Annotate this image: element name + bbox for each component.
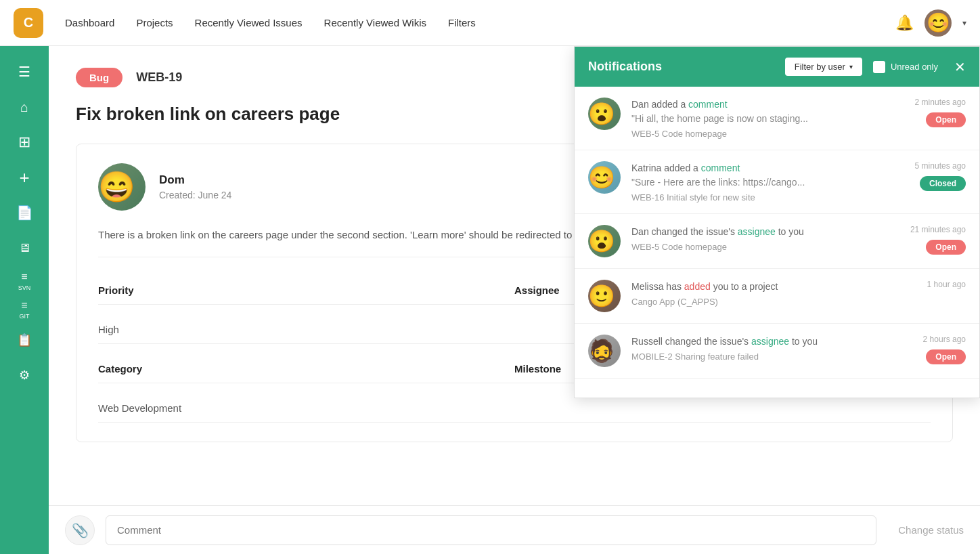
notification-sub: MOBILE-2 Sharing feature failed	[631, 351, 912, 362]
notification-time: 1 hour ago	[927, 280, 966, 289]
status-badge: Open	[926, 240, 966, 255]
author-date: Created: June 24	[159, 190, 231, 200]
sidebar-label-svn: SVN	[18, 284, 31, 291]
comment-bar: 📎 Change status	[49, 505, 980, 554]
chevron-down-icon[interactable]: ▾	[962, 18, 966, 28]
author-info: Dom Created: June 24	[159, 173, 231, 200]
nav-item-recently-viewed-issues[interactable]: Recently Viewed Issues	[195, 17, 303, 28]
nav-item-dashboard[interactable]: Dashboard	[65, 17, 114, 28]
notifications-title: Notifications	[588, 60, 774, 74]
sidebar-label-git: GIT	[20, 313, 30, 320]
priority-label: Priority	[98, 276, 514, 305]
notification-link[interactable]: comment	[688, 99, 728, 110]
status-badge: Open	[926, 349, 966, 364]
notification-link[interactable]: comment	[701, 163, 740, 173]
notification-content: Katrina added a comment "Sure - Here are…	[631, 161, 904, 203]
issue-type-badge: Bug	[76, 68, 122, 87]
notification-time: 2 hours ago	[923, 335, 966, 344]
notification-link[interactable]: assignee	[751, 336, 789, 347]
unread-checkbox[interactable]	[873, 61, 885, 73]
unread-toggle[interactable]: Unread only	[873, 61, 938, 73]
notification-quote: "Sure - Here are the links: https://cang…	[631, 175, 904, 190]
notification-avatar: 🙂	[588, 280, 621, 312]
notification-avatar: 🧔	[588, 335, 621, 367]
sidebar-icon-wiki[interactable]: 📄	[9, 198, 39, 228]
category-value: Web Development	[98, 394, 514, 423]
author-name: Dom	[159, 173, 231, 187]
status-badge: Open	[926, 112, 966, 127]
sidebar-icon-settings[interactable]: ⚙	[9, 360, 39, 390]
nav-item-projects[interactable]: Projects	[136, 17, 173, 28]
content-area: Bug WEB-19 Fix broken link on careers pa…	[49, 46, 980, 554]
sidebar: ☰ ⌂ ⊞ + 📄 🖥 ≡ SVN ≡ GIT 📋 ⚙	[0, 46, 49, 554]
notification-right: 2 minutes ago Open	[915, 98, 966, 127]
notification-sub: WEB-16 Initial style for new site	[631, 192, 904, 203]
notification-time: 5 minutes ago	[915, 161, 966, 171]
notifications-panel: Notifications Filter by user ▾ Unread on…	[574, 46, 980, 398]
bell-icon[interactable]: 🔔	[895, 14, 914, 32]
notification-sub: Cango App (C_APPS)	[631, 297, 916, 307]
sidebar-icon-report[interactable]: 📋	[9, 325, 39, 355]
close-notifications-button[interactable]: ✕	[954, 59, 966, 75]
filter-chevron-icon: ▾	[849, 63, 853, 70]
notifications-list: 😮 Dan added a comment "Hi all, the home …	[575, 87, 979, 397]
notification-item[interactable]: 😮 Dan changed the issue's assignee to yo…	[575, 214, 979, 269]
notification-right: 2 hours ago Open	[923, 335, 966, 364]
sidebar-icon-home[interactable]: ⌂	[9, 92, 39, 122]
notification-avatar: 😮	[588, 225, 621, 257]
user-avatar[interactable]: 😊	[925, 9, 952, 37]
notification-item[interactable]: 🙂 Melissa has added you to a project Can…	[575, 269, 979, 324]
notifications-header: Notifications Filter by user ▾ Unread on…	[575, 47, 979, 87]
nav-item-recently-viewed-wikis[interactable]: Recently Viewed Wikis	[324, 17, 426, 28]
notification-time: 21 minutes ago	[910, 225, 966, 234]
notification-text: Dan changed the issue's assignee to you	[631, 225, 899, 239]
sidebar-icon-plus[interactable]: +	[9, 163, 39, 192]
sidebar-icon-git-group: ≡ GIT	[9, 297, 39, 320]
notification-link[interactable]: added	[684, 281, 711, 292]
app-logo[interactable]: C	[14, 8, 43, 38]
notification-text: Russell changed the issue's assignee to …	[631, 335, 912, 349]
unread-label: Unread only	[891, 62, 938, 72]
notification-content: Melissa has added you to a project Cango…	[631, 280, 916, 307]
notification-avatar: 😮	[588, 98, 621, 130]
nav-item-filters[interactable]: Filters	[448, 17, 476, 28]
comment-input[interactable]	[106, 515, 876, 545]
notification-quote: "Hi all, the home page is now on staging…	[631, 112, 904, 126]
notification-sub: WEB-5 Code homepage	[631, 242, 899, 252]
sidebar-icon-wiki-group: 📄	[9, 198, 39, 228]
notification-right: 21 minutes ago Open	[910, 225, 966, 255]
sidebar-icon-list[interactable]: ⊞	[9, 127, 39, 157]
notification-avatar: 😊	[588, 161, 621, 194]
notification-sub: WEB-5 Code homepage	[631, 129, 904, 139]
issue-id: WEB-19	[136, 70, 182, 85]
status-badge: Closed	[920, 176, 966, 191]
sidebar-icon-menu[interactable]: ☰	[9, 57, 39, 87]
notification-content: Russell changed the issue's assignee to …	[631, 335, 912, 362]
top-nav: Dashboard Projects Recently Viewed Issue…	[65, 17, 874, 28]
sidebar-icon-svn-group: ≡ SVN	[9, 268, 39, 291]
notification-content: Dan added a comment "Hi all, the home pa…	[631, 98, 904, 139]
notification-text: Melissa has added you to a project	[631, 280, 916, 294]
category-label: Category	[98, 355, 514, 383]
author-avatar: 😄	[98, 163, 146, 211]
notification-item[interactable]: 🧔 Russell changed the issue's assignee t…	[575, 324, 979, 379]
change-status-button[interactable]: Change status	[898, 524, 964, 536]
notification-link[interactable]: assignee	[738, 226, 776, 237]
notification-right: 5 minutes ago Closed	[915, 161, 966, 191]
sidebar-icon-svn[interactable]: ≡	[9, 268, 39, 286]
sidebar-icon-git[interactable]: ≡	[9, 297, 39, 314]
filter-by-user-button[interactable]: Filter by user ▾	[785, 58, 862, 76]
attachment-button[interactable]: 📎	[65, 515, 95, 545]
notification-item[interactable]: 😊 Katrina added a comment "Sure - Here a…	[575, 150, 979, 214]
filter-label: Filter by user	[795, 62, 845, 72]
notification-right: 1 hour ago	[927, 280, 966, 289]
notification-time: 2 minutes ago	[915, 98, 966, 107]
milestone-value	[514, 394, 931, 423]
notification-content: Dan changed the issue's assignee to you …	[631, 225, 899, 252]
sidebar-icon-board[interactable]: 🖥	[9, 233, 39, 263]
priority-value: High	[98, 316, 514, 344]
notification-item[interactable]: 😮 Dan added a comment "Hi all, the home …	[575, 87, 979, 150]
notification-text: Katrina added a comment	[631, 161, 904, 175]
notification-text: Dan added a comment	[631, 98, 904, 112]
